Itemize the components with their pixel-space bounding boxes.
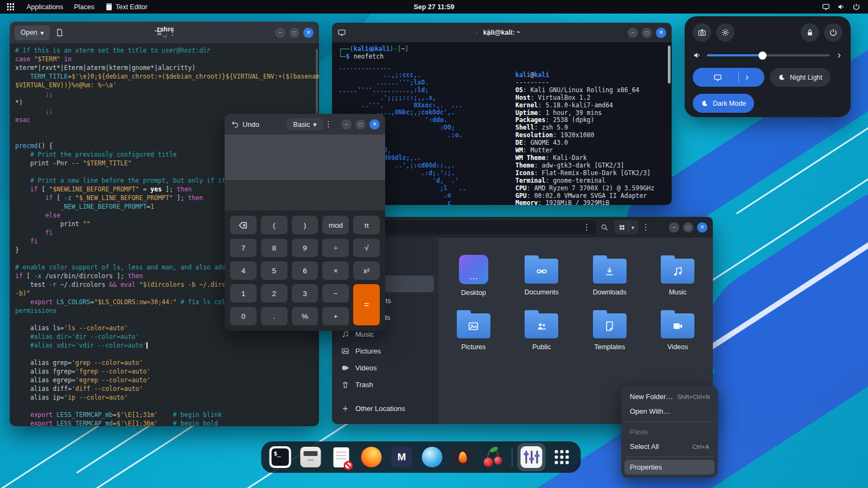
- calc-key-π[interactable]: π: [353, 216, 380, 234]
- sidebar-item-pictures[interactable]: Pictures: [336, 343, 434, 359]
- new-document-icon[interactable]: [55, 28, 64, 37]
- maximize-button[interactable]: □: [355, 119, 366, 130]
- menu-item-open-with[interactable]: Open With…: [624, 404, 714, 419]
- close-button[interactable]: ×: [369, 119, 380, 130]
- calc-key-4[interactable]: 4: [230, 261, 257, 280]
- calc-key-−[interactable]: −: [322, 284, 349, 303]
- close-button[interactable]: ×: [656, 28, 666, 38]
- dark-mode-toggle[interactable]: Dark Mode: [693, 94, 754, 113]
- power-button[interactable]: [824, 23, 843, 42]
- terminal-scrollbar[interactable]: [668, 46, 671, 84]
- terminal-dock-icon[interactable]: $_: [269, 446, 292, 468]
- system-status-area[interactable]: [822, 3, 868, 11]
- calc-key-=[interactable]: =: [353, 284, 380, 325]
- kali-menu-icon[interactable]: [7, 3, 14, 10]
- kebab-menu-icon[interactable]: ⋮: [639, 222, 653, 232]
- calc-key-0[interactable]: 0: [230, 307, 257, 325]
- editor-scrollbar[interactable]: [316, 49, 318, 114]
- calc-key-×[interactable]: ×: [322, 261, 349, 280]
- menu-item-select-all[interactable]: Select AllCtrl+A: [624, 439, 714, 454]
- clock[interactable]: Sep 27 11:59: [413, 3, 454, 11]
- folder-item-downloads[interactable]: Downloads: [579, 252, 640, 297]
- blue-swirl-app-dock-icon[interactable]: [421, 446, 444, 468]
- chevron-right-icon[interactable]: [835, 52, 843, 59]
- minimize-button[interactable]: −: [669, 222, 679, 233]
- maximize-button[interactable]: □: [683, 222, 693, 233]
- folder-item-templates[interactable]: Templates: [579, 306, 640, 351]
- calculator-window: Undo Basic ▾ ⋮ − □ × ()modπ789÷√456×x²12…: [225, 114, 385, 331]
- calc-key-)[interactable]: ): [292, 216, 318, 234]
- show-applications-dock-icon[interactable]: [551, 446, 573, 468]
- minimize-button[interactable]: −: [341, 119, 352, 130]
- view-toggle-button[interactable]: ▾: [614, 220, 639, 234]
- path-menu-icon[interactable]: ⋮: [583, 222, 591, 232]
- close-button[interactable]: ×: [697, 222, 707, 233]
- search-button[interactable]: [601, 223, 609, 232]
- search-icon[interactable]: [473, 29, 481, 37]
- lock-button[interactable]: [801, 23, 819, 42]
- chevron-right-icon[interactable]: [744, 74, 750, 81]
- calc-key-mod[interactable]: mod: [322, 216, 349, 234]
- firefox-dock-icon[interactable]: [360, 446, 383, 468]
- calc-key-6[interactable]: 6: [292, 261, 318, 280]
- terminal-tab-icon[interactable]: [337, 28, 346, 37]
- path-bar[interactable]: Home ⋮: [350, 220, 596, 234]
- night-light-toggle[interactable]: Night Light: [770, 68, 831, 87]
- minimize-button[interactable]: −: [628, 28, 638, 38]
- kebab-menu-icon[interactable]: ⋮: [321, 119, 336, 129]
- calc-key-9[interactable]: 9: [292, 239, 318, 257]
- calculator-display[interactable]: [225, 134, 385, 180]
- folder-item-desktop[interactable]: Desktop: [443, 252, 504, 297]
- editor-titlebar[interactable]: Open ▾ .zshrc ~/ ≡ ⋮ − □ ×: [10, 22, 319, 43]
- applications-menu[interactable]: Applications: [21, 0, 68, 14]
- quick-settings-panel: Night Light Dark Mode: [685, 16, 851, 117]
- menu-item-properties[interactable]: Properties: [624, 460, 714, 474]
- folder-item-music[interactable]: Music: [647, 252, 708, 297]
- files-titlebar[interactable]: Home ⋮ ▾ ⋮ − □ ×: [332, 217, 713, 237]
- calc-key-x²[interactable]: x²: [353, 261, 380, 280]
- sidebar-item-trash[interactable]: Trash: [336, 376, 434, 393]
- calc-key-7[interactable]: 7: [230, 239, 257, 257]
- calc-key-([interactable]: (: [261, 216, 288, 234]
- calc-key-5[interactable]: 5: [261, 261, 288, 280]
- volume-slider[interactable]: [707, 54, 830, 56]
- terminal-titlebar[interactable]: kali@kali: ~ ⋮ − □ ×: [332, 23, 672, 42]
- focused-app-menu[interactable]: Text Editor: [100, 0, 154, 14]
- places-menu[interactable]: Places: [68, 0, 100, 14]
- close-button[interactable]: ×: [303, 28, 314, 38]
- calculator-titlebar[interactable]: Undo Basic ▾ ⋮ − □ ×: [225, 114, 385, 134]
- menu-item-new-folder[interactable]: New Folder…Shift+Ctrl+N: [624, 389, 714, 404]
- open-button[interactable]: Open ▾: [15, 25, 50, 40]
- folder-item-videos[interactable]: Videos: [647, 306, 708, 351]
- calc-key-√[interactable]: √: [353, 239, 380, 257]
- cherrytree-dock-icon[interactable]: [482, 446, 505, 468]
- folder-item-public[interactable]: Public: [511, 306, 572, 351]
- calc-key-÷[interactable]: ÷: [322, 239, 349, 257]
- calc-key-8[interactable]: 8: [261, 239, 288, 257]
- file-manager-dock-icon[interactable]: [299, 446, 322, 468]
- flame-app-dock-icon[interactable]: [451, 446, 474, 468]
- volume-knob[interactable]: [758, 52, 767, 60]
- calc-key-%[interactable]: %: [292, 307, 318, 325]
- maximize-button[interactable]: □: [289, 28, 299, 38]
- folder-item-pictures[interactable]: Pictures: [443, 306, 504, 351]
- calc-key-2[interactable]: 2: [261, 284, 288, 303]
- minimize-button[interactable]: −: [275, 28, 285, 38]
- text-editor-dock-icon[interactable]: [330, 446, 353, 468]
- calc-key-1[interactable]: 1: [230, 284, 257, 303]
- maximize-button[interactable]: □: [642, 28, 652, 38]
- mail-dock-icon[interactable]: M: [391, 446, 413, 468]
- mode-dropdown[interactable]: Basic ▾: [287, 118, 323, 131]
- calc-key-backspace[interactable]: [230, 216, 257, 234]
- undo-button[interactable]: Undo: [231, 120, 259, 129]
- sidebar-item-videos[interactable]: Videos: [336, 359, 434, 376]
- settings-button[interactable]: [716, 23, 735, 42]
- folder-item-documents[interactable]: Documents: [511, 252, 572, 297]
- calc-key-.[interactable]: .: [261, 307, 288, 325]
- calc-key-3[interactable]: 3: [292, 284, 318, 303]
- calc-key-+[interactable]: +: [322, 307, 349, 325]
- display-toggle[interactable]: [693, 68, 764, 87]
- screenshot-button[interactable]: [693, 23, 711, 42]
- settings-sliders-dock-icon[interactable]: [520, 446, 543, 468]
- sidebar-item-other-locations[interactable]: Other Locations: [336, 400, 434, 417]
